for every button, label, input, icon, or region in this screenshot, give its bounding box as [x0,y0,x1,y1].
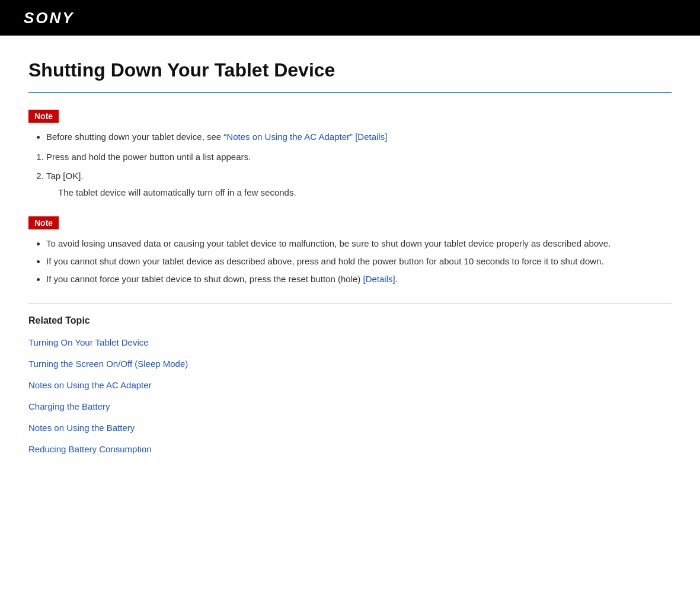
note2-list: To avoid losing unsaved data or causing … [46,237,672,286]
related-link-item: Notes on Using the Battery [28,421,672,435]
related-topic-section: Related Topic Turning On Your Tablet Dev… [28,315,672,456]
related-link-0[interactable]: Turning On Your Tablet Device [28,337,149,347]
related-link-item: Charging the Battery [28,400,672,414]
note1-step2: Tap [OK]. The tablet device will automat… [46,169,672,200]
related-link-2[interactable]: Notes on Using the AC Adapter [28,380,152,390]
related-links-list: Turning On Your Tablet DeviceTurning the… [28,336,672,456]
related-link-item: Reducing Battery Consumption [28,442,672,456]
note-badge-2: Note [28,216,59,229]
related-link-3[interactable]: Charging the Battery [28,401,110,411]
note2-bullet3-prefix: If you cannot force your tablet device t… [46,274,363,284]
sony-logo: SONY [24,9,75,27]
related-link-item: Notes on Using the AC Adapter [28,378,672,392]
note-section-2: Note To avoid losing unsaved data or cau… [28,216,672,286]
note1-step2-label: Tap [OK]. [46,171,84,181]
related-topic-title: Related Topic [28,315,672,326]
related-link-1[interactable]: Turning the Screen On/Off (Sleep Mode) [28,359,188,369]
note1-step2-sub: The tablet device will automatically tur… [58,186,672,200]
note1-step1: Press and hold the power button until a … [46,150,672,164]
related-link-item: Turning the Screen On/Off (Sleep Mode) [28,357,672,371]
note2-bullet3-suffix: . [395,274,398,284]
page-title: Shutting Down Your Tablet Device [28,59,672,81]
note2-bullet2: If you cannot shut down your tablet devi… [46,254,672,269]
ac-adapter-link[interactable]: “Notes on Using the AC Adapter” [Details… [223,132,387,142]
related-link-4[interactable]: Notes on Using the Battery [28,423,135,433]
note2-bullet1: To avoid losing unsaved data or causing … [46,237,672,251]
related-link-5[interactable]: Reducing Battery Consumption [28,444,152,454]
related-link-item: Turning On Your Tablet Device [28,336,672,350]
note1-list: Before shutting down your tablet device,… [46,130,672,144]
note1-bullet1: Before shutting down your tablet device,… [46,130,672,144]
note-section-1: Note Before shutting down your tablet de… [28,110,672,200]
site-header: SONY [0,0,700,36]
note1-steps: Press and hold the power button until a … [46,150,672,200]
details-link[interactable]: [Details] [363,274,395,284]
note-badge-1: Note [28,110,59,123]
note2-bullet3: If you cannot force your tablet device t… [46,272,672,286]
main-content: Shutting Down Your Tablet Device Note Be… [0,36,700,499]
note1-bullet1-text: Before shutting down your tablet device,… [46,132,223,142]
title-divider [28,92,672,93]
related-divider [28,303,672,304]
